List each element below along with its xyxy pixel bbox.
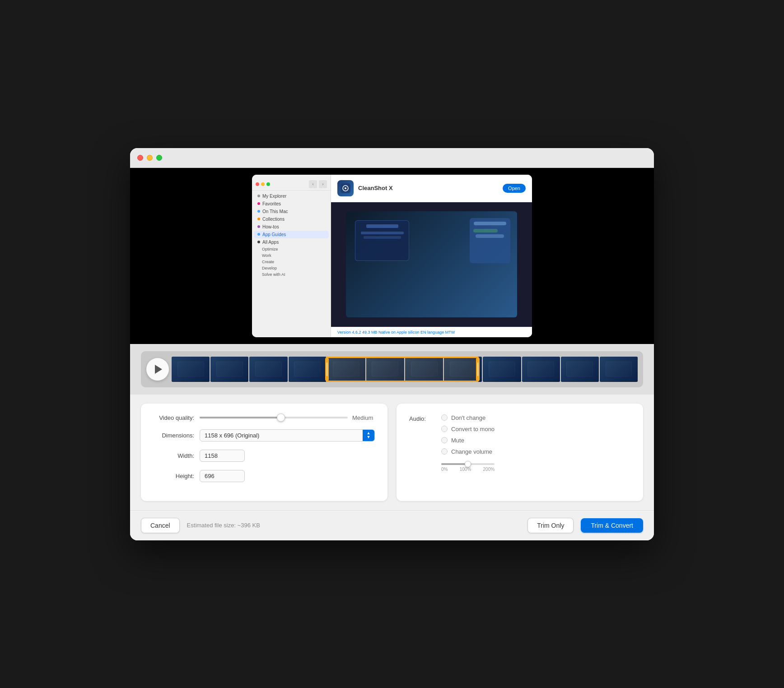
mockup-max bbox=[266, 182, 270, 186]
estimated-size: Estimated file size: ~396 KB bbox=[187, 522, 521, 529]
sidebar-dot bbox=[257, 218, 260, 220]
sidebar-label: Collections bbox=[262, 217, 285, 222]
radio-circle-0 bbox=[441, 414, 448, 421]
sidebar-label: On This Mac bbox=[262, 209, 288, 214]
width-row: Width: bbox=[154, 450, 375, 462]
sidebar-dot bbox=[257, 195, 260, 197]
svg-point-2 bbox=[345, 187, 346, 189]
stepper-down[interactable]: ▼ bbox=[367, 435, 371, 439]
dimensions-stepper[interactable]: ▲ ▼ bbox=[363, 430, 374, 441]
thumbnail-2 bbox=[210, 357, 248, 382]
mockup-traffic-lights bbox=[256, 182, 270, 186]
trim-only-button[interactable]: Trim Only bbox=[527, 518, 574, 533]
quality-slider-container[interactable]: Medium bbox=[200, 414, 375, 421]
left-panel: Video quality: Medium Dimensions: 1158 x… bbox=[141, 404, 387, 501]
footer: Cancel Estimated file size: ~396 KB Trim… bbox=[130, 510, 654, 540]
sidebar-dot bbox=[257, 210, 260, 213]
thumbnail-3 bbox=[249, 357, 287, 382]
thumbnail-7 bbox=[405, 357, 443, 382]
audio-option-0[interactable]: Don't change bbox=[441, 414, 495, 421]
thumbnails-strip bbox=[172, 357, 638, 382]
play-icon bbox=[155, 365, 162, 374]
screenshot-area bbox=[331, 202, 532, 327]
width-input[interactable] bbox=[200, 450, 245, 462]
audio-label: Audio: bbox=[409, 414, 434, 422]
nav-back: ‹ bbox=[309, 180, 317, 188]
play-button[interactable] bbox=[146, 358, 169, 381]
fake-ui-panel bbox=[355, 220, 409, 261]
thumbnail-6 bbox=[366, 357, 404, 382]
dimensions-wrapper[interactable]: 1158 x 696 (Original) ▲ ▼ bbox=[200, 429, 375, 442]
mockup-app-header: CleanShot X Open bbox=[331, 175, 532, 202]
volume-slider-fill bbox=[441, 463, 468, 465]
app-icon bbox=[337, 180, 354, 196]
sidebar-label: Favorites bbox=[262, 201, 281, 206]
sidebar-label: All Apps bbox=[262, 240, 279, 245]
sidebar-favorites: Favorites bbox=[252, 200, 331, 208]
mockup-min bbox=[261, 182, 265, 186]
height-input[interactable] bbox=[200, 470, 245, 482]
volume-min: 0% bbox=[441, 467, 448, 472]
sidebar-how-tos: How-tos bbox=[252, 223, 331, 231]
traffic-lights bbox=[137, 155, 162, 161]
audio-option-3[interactable]: Change volume bbox=[441, 448, 495, 455]
close-button[interactable] bbox=[137, 155, 143, 161]
right-panel: Audio: Don't change Convert to mono Mute bbox=[397, 404, 643, 501]
screenshot-inner bbox=[346, 211, 517, 317]
controls-section: Video quality: Medium Dimensions: 1158 x… bbox=[130, 395, 654, 510]
volume-mid: 100% bbox=[460, 467, 471, 472]
trim-convert-button[interactable]: Trim & Convert bbox=[581, 518, 643, 533]
timeline-container bbox=[141, 351, 643, 387]
volume-slider[interactable] bbox=[441, 463, 495, 465]
volume-slider-thumb bbox=[465, 461, 471, 467]
audio-option-2[interactable]: Mute bbox=[441, 437, 495, 444]
audio-option-label-2: Mute bbox=[451, 437, 464, 444]
video-preview: ‹ › My Explorer Favorites On This Mac bbox=[130, 168, 654, 344]
height-row: Height: bbox=[154, 470, 375, 482]
video-quality-row: Video quality: Medium bbox=[154, 414, 375, 421]
dimensions-value: 1158 x 696 (Original) bbox=[200, 430, 374, 441]
timeline-section bbox=[130, 344, 654, 395]
sidebar-dot bbox=[257, 225, 260, 228]
minimize-button[interactable] bbox=[147, 155, 153, 161]
sidebar-app-guides[interactable]: App Guides bbox=[254, 231, 329, 238]
thumbnail-10 bbox=[522, 357, 560, 382]
radio-circle-3 bbox=[441, 448, 448, 455]
audio-option-label-0: Don't change bbox=[451, 414, 485, 421]
radio-circle-2 bbox=[441, 437, 448, 443]
main-window: ‹ › My Explorer Favorites On This Mac bbox=[130, 148, 654, 540]
width-label: Width: bbox=[154, 452, 194, 459]
sidebar-subitem-create: Create bbox=[252, 259, 331, 265]
sidebar-subitem-solve: Solve with AI bbox=[252, 271, 331, 278]
open-button[interactable]: Open bbox=[503, 184, 526, 193]
quality-slider[interactable] bbox=[200, 417, 348, 418]
sidebar-subitem-optimize: Optimize bbox=[252, 246, 331, 252]
sidebar-my-explorer: My Explorer bbox=[252, 192, 331, 200]
app-title: CleanShot X bbox=[358, 185, 393, 191]
dimensions-row: Dimensions: 1158 x 696 (Original) ▲ ▼ bbox=[154, 429, 375, 442]
sidebar-collections: Collections bbox=[252, 215, 331, 223]
cancel-button[interactable]: Cancel bbox=[141, 518, 180, 533]
thumbnail-11 bbox=[561, 357, 599, 382]
sidebar-subitem-develop: Develop bbox=[252, 265, 331, 271]
app-store-mockup: ‹ › My Explorer Favorites On This Mac bbox=[252, 175, 532, 337]
volume-max: 200% bbox=[483, 467, 495, 472]
audio-row: Audio: Don't change Convert to mono Mute bbox=[409, 414, 630, 472]
thumbnail-8 bbox=[444, 357, 482, 382]
sidebar-dot bbox=[257, 241, 260, 243]
audio-option-1[interactable]: Convert to mono bbox=[441, 426, 495, 432]
title-bar bbox=[130, 148, 654, 168]
maximize-button[interactable] bbox=[156, 155, 162, 161]
mockup-nav-header: ‹ › bbox=[252, 178, 331, 191]
quality-slider-thumb bbox=[277, 414, 285, 422]
radio-circle-1 bbox=[441, 426, 448, 432]
nav-forward: › bbox=[319, 180, 327, 188]
height-label: Height: bbox=[154, 473, 194, 479]
mockup-main: CleanShot X Open bbox=[331, 175, 532, 337]
quality-value: Medium bbox=[352, 414, 375, 421]
sidebar-dot bbox=[257, 233, 260, 236]
sidebar-dot bbox=[257, 202, 260, 205]
sidebar-label: App Guides bbox=[262, 232, 286, 237]
sidebar-label: My Explorer bbox=[262, 194, 286, 199]
thumbnail-5 bbox=[327, 357, 365, 382]
